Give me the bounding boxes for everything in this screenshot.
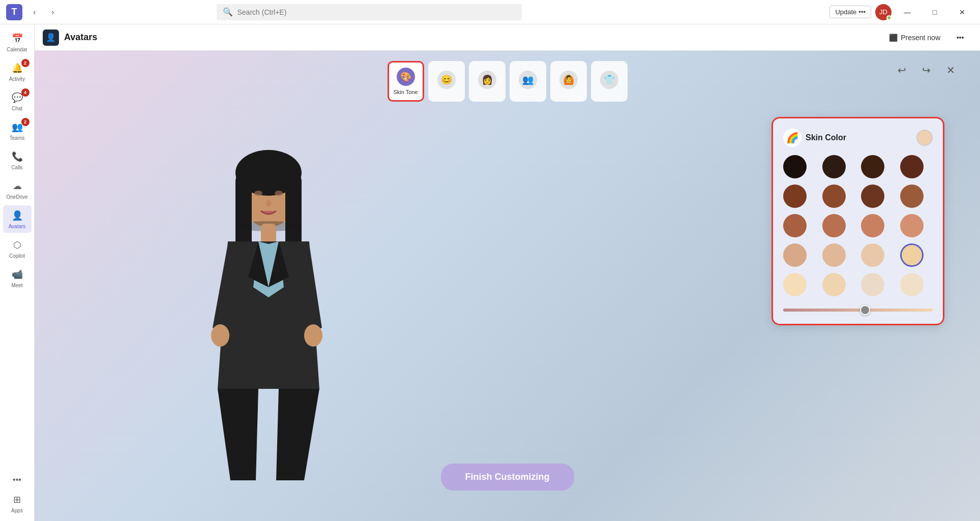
close-button[interactable]: ✕: [951, 4, 974, 20]
sidebar-item-apps[interactable]: ⊞ Apps: [3, 489, 32, 517]
sidebar-item-calendar[interactable]: 📅 Calendar: [3, 28, 32, 56]
skin-swatch-10[interactable]: [861, 214, 884, 237]
skin-panel-title: Skin Color: [806, 133, 916, 142]
copilot-icon: ⬡: [10, 238, 24, 252]
teams-badge: 2: [21, 118, 29, 126]
page-icon: 👤: [43, 29, 59, 46]
skin-swatch-2[interactable]: [861, 155, 884, 178]
avatars-icon: 👤: [10, 208, 24, 223]
search-bar[interactable]: 🔍: [217, 4, 522, 20]
skin-swatch-11[interactable]: [900, 214, 924, 237]
sidebar-label-copilot: Copilot: [9, 253, 25, 259]
skin-swatch-5[interactable]: [822, 185, 846, 208]
skin-swatch-9[interactable]: [822, 214, 846, 237]
sidebar: 📅 Calendar 🔔 Activity 2 💬 Chat 4 👥 Teams…: [0, 24, 35, 521]
toolbar-skin-tone[interactable]: 🎨 Skin Tone: [388, 61, 424, 102]
search-input[interactable]: [237, 8, 516, 16]
skin-swatch-16[interactable]: [783, 273, 807, 296]
finish-customizing-button[interactable]: Finish Customizing: [441, 464, 574, 491]
skin-swatch-8[interactable]: [783, 214, 807, 237]
skin-swatch-6[interactable]: [861, 185, 884, 208]
titlebar: T ‹ › 🔍 Update ••• JD — □ ✕: [0, 0, 980, 24]
sidebar-item-onedrive[interactable]: ☁ OneDrive: [3, 176, 32, 203]
sidebar-label-meet: Meet: [11, 283, 22, 289]
toolbar-hair[interactable]: 👩: [469, 61, 506, 102]
present-icon: ⬛: [889, 34, 898, 42]
minimize-button[interactable]: —: [896, 4, 919, 20]
sidebar-item-meet[interactable]: 📹 Meet: [3, 264, 32, 292]
undo-button[interactable]: ↩: [893, 61, 911, 79]
app-logo: T: [6, 4, 22, 20]
hair-icon: 👩: [478, 71, 496, 89]
skin-swatch-1[interactable]: [822, 155, 846, 178]
content-area: 👤 Avatars ⬛ Present now ••• 🎨 Skin Tone: [35, 24, 980, 521]
update-button[interactable]: Update •••: [829, 6, 871, 18]
activity-badge: 2: [21, 59, 29, 67]
onedrive-icon: ☁: [10, 179, 24, 193]
apps-icon: ⊞: [10, 493, 24, 507]
page-more-button[interactable]: •••: [948, 29, 972, 46]
sidebar-item-teams[interactable]: 👥 Teams 2: [3, 117, 32, 144]
close-customizer-button[interactable]: ✕: [941, 61, 960, 79]
sidebar-label-calendar: Calendar: [7, 47, 27, 53]
skin-tone-slider[interactable]: [783, 309, 933, 312]
meet-icon: 📹: [10, 267, 24, 282]
chat-badge: 4: [21, 88, 29, 97]
skin-color-grid: [783, 155, 933, 296]
page-header: 👤 Avatars ⬛ Present now •••: [35, 24, 980, 51]
sidebar-item-chat[interactable]: 💬 Chat 4: [3, 87, 32, 115]
color-logo-icon: 🌈: [786, 132, 799, 144]
user-avatar[interactable]: JD: [875, 4, 892, 20]
sidebar-item-calls[interactable]: 📞 Calls: [3, 146, 32, 174]
sidebar-label-calls: Calls: [11, 165, 22, 171]
back-button[interactable]: ‹: [26, 4, 43, 20]
sidebar-item-copilot[interactable]: ⬡ Copilot: [3, 235, 32, 262]
skin-swatch-19[interactable]: [900, 273, 924, 296]
sidebar-item-avatars[interactable]: 👤 Avatars: [3, 205, 32, 233]
skin-swatch-7[interactable]: [900, 185, 924, 208]
toolbar-controls: ↩ ↪ ✕: [893, 61, 960, 79]
skin-color-panel: 🌈 Skin Color: [771, 117, 944, 325]
skin-swatch-3[interactable]: [900, 155, 924, 178]
avatar-toolbar: 🎨 Skin Tone 😊 👩 👥 🙆: [388, 61, 628, 102]
main-layout: 📅 Calendar 🔔 Activity 2 💬 Chat 4 👥 Teams…: [0, 24, 980, 521]
page-header-actions: ⬛ Present now •••: [885, 29, 972, 46]
page-title: Avatars: [64, 32, 97, 43]
skin-swatch-4[interactable]: [783, 185, 807, 208]
teams-logo-icon: T: [12, 7, 17, 17]
forward-button[interactable]: ›: [45, 4, 61, 20]
pose-icon: 🙆: [559, 71, 578, 89]
skin-swatch-14[interactable]: [861, 243, 884, 267]
sidebar-item-activity[interactable]: 🔔 Activity 2: [3, 58, 32, 85]
sidebar-label-apps: Apps: [11, 508, 23, 514]
body-icon: 👥: [519, 71, 537, 89]
skin-swatch-12[interactable]: [783, 243, 807, 267]
skin-swatch-13[interactable]: [822, 243, 846, 267]
present-now-button[interactable]: ⬛ Present now: [885, 32, 944, 44]
toolbar-face[interactable]: 😊: [428, 61, 465, 102]
skin-swatch-15[interactable]: [900, 243, 924, 267]
skin-tone-label: Skin Tone: [393, 89, 418, 95]
avatar-figure: [187, 135, 391, 491]
sidebar-label-onedrive: OneDrive: [6, 194, 27, 200]
avatar-svg: [187, 135, 350, 480]
toolbar-outfit[interactable]: 👕: [591, 61, 628, 102]
redo-button[interactable]: ↪: [917, 61, 935, 79]
calendar-icon: 📅: [10, 32, 24, 46]
svg-point-9: [211, 324, 229, 347]
sidebar-label-avatars: Avatars: [9, 224, 26, 230]
toolbar-body[interactable]: 👥: [510, 61, 546, 102]
skin-swatch-17[interactable]: [822, 273, 846, 296]
skin-swatch-0[interactable]: [783, 155, 807, 178]
sidebar-label-chat: Chat: [12, 106, 22, 112]
sidebar-label-teams: Teams: [10, 135, 24, 141]
skin-swatch-18[interactable]: [861, 273, 884, 296]
face-icon: 😊: [437, 71, 456, 89]
toolbar-pose[interactable]: 🙆: [550, 61, 587, 102]
svg-point-6: [275, 191, 283, 196]
calls-icon: 📞: [10, 149, 24, 164]
more-button[interactable]: •••: [10, 472, 24, 487]
nav-controls: ‹ ›: [26, 4, 61, 20]
svg-point-7: [266, 200, 271, 207]
maximize-button[interactable]: □: [923, 4, 946, 20]
